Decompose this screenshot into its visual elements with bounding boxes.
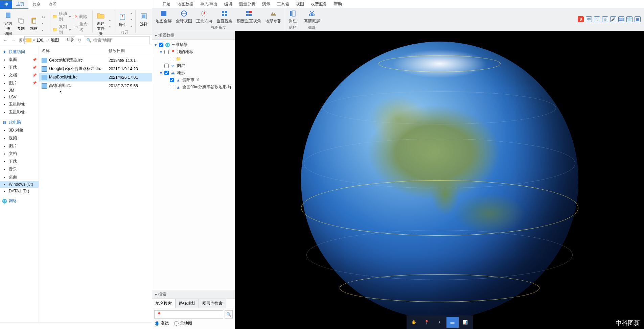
nav-quick-item[interactable]: ▪图片📌 bbox=[0, 79, 39, 87]
nav-quick-item[interactable]: ▪文档📌 bbox=[0, 71, 39, 79]
polygon-tool-button[interactable]: ▬ bbox=[446, 317, 459, 328]
edit-button[interactable]: ▪ bbox=[129, 17, 133, 23]
tree-folder-empty[interactable]: 📁 bbox=[154, 55, 233, 62]
tree-terrain[interactable]: ▾⛰地形 bbox=[154, 69, 233, 76]
nav-this-pc[interactable]: 🖥此电脑 bbox=[0, 119, 39, 126]
file-row[interactable]: 高德详图.lrc2018/12/27 9:55 bbox=[39, 81, 152, 90]
fullmap-button[interactable]: 地图全屏 bbox=[154, 9, 174, 25]
search-tab[interactable]: 地名搜索 bbox=[152, 299, 176, 308]
menu-item[interactable]: 测量分析 bbox=[239, 1, 255, 7]
nav-quick-access[interactable]: ★快速访问 bbox=[0, 48, 39, 56]
tree-checkbox[interactable] bbox=[164, 50, 169, 54]
search-tab[interactable]: 路径规划 bbox=[176, 299, 199, 308]
terrain-exag-button[interactable]: 地形夸张 bbox=[263, 9, 283, 25]
radio-gaode[interactable]: 高德 bbox=[155, 321, 169, 326]
moveto-button[interactable]: 📁移动到 ▾ bbox=[51, 10, 72, 23]
radio-tianditu[interactable]: 天地图 bbox=[174, 321, 192, 326]
screenshot-button[interactable]: 高清截屏 bbox=[302, 9, 322, 25]
copy-button[interactable]: 复制 bbox=[15, 15, 27, 32]
ime-tools-button[interactable]: ▦ bbox=[635, 16, 641, 22]
tree-layers[interactable]: ≋图层 bbox=[154, 62, 233, 69]
nav-quick-item[interactable]: ▪桌面📌 bbox=[0, 56, 39, 64]
scene-panel-header[interactable]: ▾场景数据 bbox=[152, 31, 235, 40]
column-date[interactable]: 修改日期 bbox=[109, 48, 149, 54]
tree-checkbox[interactable] bbox=[170, 78, 174, 82]
address-input[interactable]: « 100... › 地图 ⌄ bbox=[24, 36, 75, 44]
refresh-button[interactable]: ↻ bbox=[76, 37, 83, 43]
tree-terrain-item[interactable]: ▲全国90m分辨率谷歌地形.lrp bbox=[154, 84, 233, 91]
new-folder-button[interactable]: 新建 文件夹 bbox=[95, 10, 107, 37]
lockvert-button[interactable]: 锁定垂直视角 bbox=[235, 9, 263, 25]
forward-button[interactable]: → bbox=[10, 37, 17, 43]
tree-checkbox[interactable] bbox=[170, 57, 174, 61]
cut-button[interactable]: ✂ bbox=[41, 14, 47, 20]
nav-pc-item[interactable]: ▪桌面 bbox=[0, 173, 39, 181]
tab-file[interactable]: 件 bbox=[0, 0, 12, 9]
explorer-search[interactable]: 🔍 bbox=[84, 36, 150, 44]
tree-checkbox[interactable] bbox=[164, 64, 169, 68]
pin-quickaccess-button[interactable]: 定到快 访问 bbox=[2, 10, 14, 37]
menu-item[interactable]: 工具箱 bbox=[277, 1, 289, 7]
ime-punct-button[interactable]: °, bbox=[594, 16, 600, 22]
search-go-button[interactable]: 🔍 bbox=[225, 310, 233, 319]
nav-quick-item[interactable]: ▪JM bbox=[0, 87, 39, 94]
tree-checkbox[interactable] bbox=[170, 85, 174, 89]
ime-emoji-button[interactable]: ☺ bbox=[602, 16, 608, 22]
nav-quick-item[interactable]: ▪LSV bbox=[0, 94, 39, 100]
nav-pc-item[interactable]: ▪下载 bbox=[0, 158, 39, 165]
toggle-icon[interactable]: ▾ bbox=[159, 71, 163, 75]
tree-myplaces[interactable]: ▾📍我的地标 bbox=[154, 48, 233, 55]
globalview-button[interactable]: 全球视图 bbox=[174, 9, 194, 25]
select-button[interactable]: 选择 bbox=[138, 11, 150, 27]
globe[interactable] bbox=[301, 42, 578, 319]
marker-tool-button[interactable]: 📍 bbox=[421, 317, 433, 328]
tab-view[interactable]: 查看 bbox=[45, 0, 61, 9]
tab-share[interactable]: 共享 bbox=[28, 0, 45, 9]
tree-checkbox[interactable] bbox=[164, 71, 169, 75]
explorer-search-input[interactable] bbox=[93, 38, 147, 43]
nav-pc-item[interactable]: ▪音乐 bbox=[0, 165, 39, 173]
history-button[interactable]: ▪ bbox=[129, 23, 133, 29]
file-row[interactable]: MapBox影像.lrc2021/4/26 17:01 bbox=[39, 73, 152, 81]
toggle-icon[interactable]: ▾ bbox=[159, 50, 163, 54]
northup-button[interactable]: 正北方向 bbox=[194, 9, 214, 25]
nav-pc-item[interactable]: ▪文档 bbox=[0, 150, 39, 158]
menu-item[interactable]: 导入/导出 bbox=[200, 1, 217, 7]
ime-voice-button[interactable]: 🎤 bbox=[610, 16, 616, 22]
ime-keyboard-button[interactable]: ⌨ bbox=[618, 16, 624, 22]
toggle-icon[interactable]: ▾ bbox=[154, 43, 158, 47]
menu-item[interactable]: 编辑 bbox=[224, 1, 232, 7]
file-row[interactable]: Gebco地形渲染.lrc2019/3/8 11:01 bbox=[39, 56, 152, 65]
tab-home[interactable]: 主页 bbox=[12, 0, 28, 9]
nav-pc-item[interactable]: ▪3D 对象 bbox=[0, 126, 39, 134]
copy-path-button[interactable]: ▪ bbox=[41, 21, 47, 27]
tree-checkbox[interactable] bbox=[159, 43, 163, 47]
nav-pc-item[interactable]: ▪视频 bbox=[0, 134, 39, 142]
menu-item[interactable]: 地图数据 bbox=[177, 1, 193, 7]
menu-item[interactable]: 帮助 bbox=[334, 1, 342, 7]
hand-tool-button[interactable]: ✋ bbox=[408, 317, 420, 328]
nav-pc-item[interactable]: ▪Windows (C:) bbox=[0, 181, 39, 188]
tree-terrain-item[interactable]: ▲贵阳市.tif bbox=[154, 76, 233, 84]
menu-item[interactable]: 视图 bbox=[296, 1, 304, 7]
menu-item[interactable]: 收费服务 bbox=[311, 1, 327, 7]
vertview-button[interactable]: 垂直视角 bbox=[214, 9, 235, 25]
search-tab[interactable]: 图层内搜索 bbox=[199, 299, 226, 308]
nav-network[interactable]: 🌐网络 bbox=[0, 197, 39, 205]
file-row[interactable]: Google影像不含道路标注 .lrc2021/11/9 14:23 bbox=[39, 65, 152, 73]
nav-pc-item[interactable]: ▪图片 bbox=[0, 142, 39, 150]
nav-quick-item[interactable]: ▪下载📌 bbox=[0, 64, 39, 71]
menu-item[interactable]: 演示 bbox=[262, 1, 270, 7]
nav-quick-item[interactable]: ▪卫星影像 bbox=[0, 108, 39, 116]
nav-pc-item[interactable]: ▪DATA1 (D:) bbox=[0, 188, 39, 194]
menu-item[interactable]: 开始 bbox=[162, 1, 170, 7]
line-tool-button[interactable]: / bbox=[434, 317, 446, 328]
sidebar-button[interactable]: 侧栏 bbox=[286, 9, 299, 25]
tree-root[interactable]: ▾🌐三维场景 bbox=[154, 41, 233, 48]
rename-button[interactable]: ▭重命名 bbox=[73, 21, 90, 33]
delete-button[interactable]: ✕删除 bbox=[73, 13, 90, 20]
easy-access-button[interactable]: ▪ bbox=[108, 24, 112, 30]
new-item-button[interactable]: ▪ bbox=[108, 17, 112, 23]
ime-sogou-icon[interactable]: S bbox=[578, 16, 584, 22]
up-button[interactable]: ↑ bbox=[18, 37, 23, 43]
